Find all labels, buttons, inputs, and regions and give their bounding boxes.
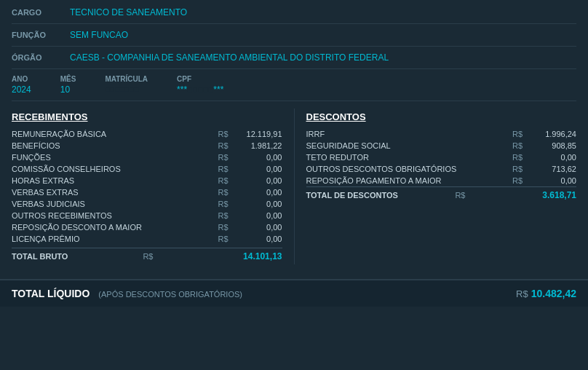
- list-item: REPOSIÇÃO DESCONTO A MAIOR R$ 0,00: [12, 221, 282, 233]
- cargo-label: CARGO: [12, 8, 63, 17]
- footer-right: R$ 10.482,42: [516, 288, 576, 299]
- list-item: VERBAS JUDICIAIS R$ 0,00: [12, 198, 282, 210]
- funcao-value: SEM FUNCAO: [70, 30, 128, 40]
- list-item: OUTROS RECEBIMENTOS R$ 0,00: [12, 210, 282, 221]
- funcao-row: FUNÇÃO SEM FUNCAO: [12, 30, 576, 47]
- mes-value: 10: [60, 84, 76, 95]
- list-item: REMUNERAÇÃO BÁSICA R$ 12.119,91: [12, 128, 282, 140]
- income-discounts-section: RECEBIMENTOS REMUNERAÇÃO BÁSICA R$ 12.11…: [12, 109, 576, 264]
- orgao-label: ÓRGÃO: [12, 53, 63, 62]
- recebimentos-total-label: TOTAL BRUTO: [12, 252, 68, 261]
- descontos-total-row: TOTAL DE DESCONTOS R$ 3.618,71: [306, 186, 577, 203]
- list-item: REPOSIÇÃO PAGAMENTO A MAIOR R$ 0,00: [306, 175, 577, 186]
- ano-group: ANO 2024: [12, 75, 31, 95]
- list-item: HORAS EXTRAS R$ 0,00: [12, 175, 282, 186]
- recebimentos-total-amount: 14.101,13: [231, 251, 282, 261]
- list-item: LICENÇA PRÊMIO R$ 0,00: [12, 233, 282, 245]
- recebimentos-header: RECEBIMENTOS: [12, 111, 282, 122]
- cpf-label: CPF: [177, 75, 223, 83]
- orgao-row: ÓRGÃO CAESB - COMPANHIA DE SANEAMENTO AM…: [12, 52, 576, 69]
- footer-subtitle: (APÓS DESCONTOS OBRIGATÓRIOS): [98, 290, 242, 299]
- mes-label: MÊS: [60, 75, 76, 83]
- list-item: COMISSÃO CONSELHEIROS R$ 0,00: [12, 163, 282, 175]
- list-item: FUNÇÕES R$ 0,00: [12, 151, 282, 163]
- meta-info-row: ANO 2024 MÊS 10 MATRÍCULA ■■■■■■■ CPF **…: [12, 75, 576, 101]
- list-item: OUTROS DESCONTOS OBRIGATÓRIOS R$ 713,62: [306, 163, 577, 175]
- footer-total-amount: 10.482,42: [531, 288, 576, 299]
- recebimentos-total-row: TOTAL BRUTO R$ 14.101,13: [12, 248, 282, 264]
- ano-value: 2024: [12, 84, 31, 95]
- matricula-value: ■■■■■■■: [105, 84, 148, 93]
- orgao-value: CAESB - COMPANHIA DE SANEAMENTO AMBIENTA…: [70, 52, 389, 63]
- list-item: VERBAS EXTRAS R$ 0,00: [12, 186, 282, 198]
- cpf-group: CPF ***■■■■■***: [177, 75, 223, 95]
- footer-total-label: TOTAL LÍQUIDO: [12, 288, 90, 299]
- list-item: SEGURIDADE SOCIAL R$ 908,85: [306, 140, 577, 151]
- descontos-total-label: TOTAL DE DESCONTOS: [306, 191, 398, 200]
- matricula-group: MATRÍCULA ■■■■■■■: [105, 75, 148, 93]
- cpf-value: ***■■■■■***: [177, 84, 223, 95]
- list-item: BENEFÍCIOS R$ 1.981,22: [12, 140, 282, 151]
- cargo-value: TECNICO DE SANEAMENTO: [70, 7, 187, 17]
- descontos-total-currency: R$: [455, 191, 465, 200]
- footer-total-currency: R$: [516, 288, 528, 299]
- funcao-label: FUNÇÃO: [12, 31, 63, 39]
- recebimentos-total-currency: R$: [143, 252, 153, 261]
- descontos-total-amount: 3.618,71: [525, 190, 576, 200]
- matricula-label: MATRÍCULA: [105, 75, 148, 83]
- footer-total-section: TOTAL LÍQUIDO (APÓS DESCONTOS OBRIGATÓRI…: [0, 279, 588, 307]
- recebimentos-column: RECEBIMENTOS REMUNERAÇÃO BÁSICA R$ 12.11…: [12, 109, 295, 264]
- mes-group: MÊS 10: [60, 75, 76, 95]
- main-container: CARGO TECNICO DE SANEAMENTO FUNÇÃO SEM F…: [0, 0, 588, 272]
- descontos-column: DESCONTOS IRRF R$ 1.996,24 SEGURIDADE SO…: [306, 109, 577, 264]
- ano-label: ANO: [12, 75, 31, 83]
- descontos-header: DESCONTOS: [306, 111, 577, 122]
- cargo-row: CARGO TECNICO DE SANEAMENTO: [12, 7, 576, 24]
- list-item: TETO REDUTOR R$ 0,00: [306, 151, 577, 163]
- footer-left: TOTAL LÍQUIDO (APÓS DESCONTOS OBRIGATÓRI…: [12, 288, 242, 299]
- list-item: IRRF R$ 1.996,24: [306, 128, 577, 140]
